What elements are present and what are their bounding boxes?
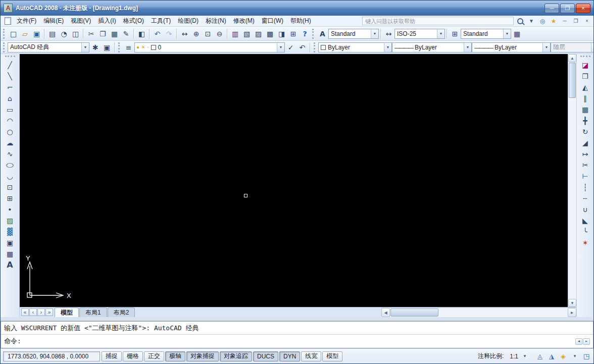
erase-icon[interactable]: ◪ <box>579 60 591 71</box>
explode-icon[interactable]: ✶ <box>579 237 591 248</box>
status-toggle[interactable]: 线宽 <box>301 351 321 361</box>
status-toggle[interactable]: 模型 <box>322 351 342 361</box>
annotation-autoscale-icon[interactable]: ◮ <box>547 352 556 361</box>
layer-sun-icon[interactable]: ☀ <box>141 44 145 50</box>
new-icon[interactable]: □ <box>8 28 19 39</box>
prev-tab-icon[interactable]: ‹ <box>29 308 37 316</box>
next-tab-icon[interactable]: › <box>37 308 45 316</box>
annotation-scale-button[interactable]: 1:1 ▼ <box>506 351 533 361</box>
copy-icon[interactable]: ❐ <box>579 71 591 82</box>
move-icon[interactable]: ╋ <box>579 115 591 126</box>
menu-item[interactable]: 绘图(D) <box>174 16 202 26</box>
break-at-point-icon[interactable]: ┆ <box>579 182 591 193</box>
communication-center-icon[interactable]: ◎ <box>538 17 547 26</box>
chamfer-icon[interactable]: ◣ <box>579 215 591 226</box>
fillet-icon[interactable]: ╰ <box>579 226 591 237</box>
menu-item[interactable]: 窗口(W) <box>258 16 287 26</box>
child-close-icon[interactable]: × <box>582 17 591 26</box>
chevron-down-icon[interactable]: ▼ <box>591 43 593 52</box>
chevron-down-icon[interactable]: ▼ <box>464 43 471 52</box>
menu-item[interactable]: 工具(T) <box>147 16 174 26</box>
command-scroll-left-icon[interactable]: ◀ <box>575 338 582 345</box>
plot-icon[interactable]: ▤ <box>46 28 58 39</box>
menu-item[interactable]: 标注(N) <box>202 16 230 26</box>
coordinates-readout[interactable]: 1773.0520, 904.0868 , 0.0000 <box>3 351 100 361</box>
layout-tab[interactable]: 模型 <box>55 307 79 317</box>
menu-item[interactable]: 修改(M) <box>230 16 258 26</box>
status-toggle[interactable]: 对象追踪 <box>220 351 252 361</box>
markup-set-manager-icon[interactable]: ◨ <box>276 28 287 39</box>
line-icon[interactable]: ╱ <box>4 60 16 71</box>
arc-icon[interactable]: ◠ <box>4 115 16 126</box>
command-splitter[interactable] <box>1 317 593 321</box>
zoom-realtime-icon[interactable]: ⊕ <box>190 28 202 39</box>
multiline-text-icon[interactable]: A <box>4 259 16 271</box>
zoom-window-icon[interactable]: ⊡ <box>202 28 214 39</box>
first-tab-icon[interactable]: « <box>21 308 29 316</box>
chevron-down-icon[interactable]: ▼ <box>384 43 391 52</box>
toolbar-grip[interactable] <box>314 42 316 53</box>
last-tab-icon[interactable]: » <box>45 308 53 316</box>
status-toggle[interactable]: 极轴 <box>165 351 185 361</box>
chevron-down-icon[interactable]: ▼ <box>277 43 284 52</box>
layer-previous-icon[interactable]: ↶ <box>296 41 308 53</box>
layer-bulb-icon[interactable]: ● <box>136 44 139 50</box>
join-icon[interactable]: ∪ <box>579 204 591 215</box>
menu-item[interactable]: 格式(O) <box>120 16 147 26</box>
horizontal-scroll-track[interactable] <box>390 308 568 317</box>
copy-icon[interactable]: ❐ <box>97 28 109 39</box>
close-button[interactable]: × <box>576 4 590 13</box>
status-menu-icon[interactable]: ▼ <box>570 352 579 361</box>
chevron-down-icon[interactable]: ▼ <box>503 29 511 38</box>
ellipse-arc-icon[interactable]: ◡ <box>4 171 16 182</box>
table-icon[interactable]: ▦ <box>511 28 523 39</box>
scroll-right-icon[interactable]: ► <box>568 308 576 317</box>
command-history[interactable]: 输入 WSCURRENT 的新值 <"二维草图与注释">: AutoCAD 经典 <box>1 322 593 335</box>
tool-palettes-icon[interactable]: ▨ <box>253 28 264 39</box>
table-style-combo[interactable]: Standard ▼ <box>461 29 511 39</box>
extend-icon[interactable]: ⊢ <box>579 171 591 182</box>
scroll-left-icon[interactable]: ◀ <box>381 308 390 317</box>
properties-icon[interactable]: ▥ <box>229 28 241 39</box>
chevron-down-icon[interactable]: ▼ <box>81 43 89 52</box>
point-icon[interactable]: • <box>4 204 16 215</box>
horizontal-scroll-thumb[interactable] <box>390 308 438 317</box>
insert-block-icon[interactable]: ⊡ <box>4 182 16 193</box>
rectangle-icon[interactable]: ▭ <box>4 104 16 115</box>
status-toggle[interactable]: 栅格 <box>123 351 143 361</box>
vertical-scroll-track[interactable] <box>568 62 576 299</box>
menu-item[interactable]: 视图(V) <box>67 16 94 26</box>
layer-properties-icon[interactable]: ≡ <box>123 41 134 53</box>
offset-icon[interactable]: ∥ <box>579 93 591 104</box>
text-style-combo[interactable]: Standard ▼ <box>328 29 379 39</box>
chevron-down-icon[interactable]: ▼ <box>371 29 378 38</box>
app-icon[interactable]: A <box>4 4 13 13</box>
annotation-visibility-icon[interactable]: ◬ <box>535 352 544 361</box>
drawing-window-icon[interactable] <box>5 17 11 25</box>
menu-item[interactable]: 插入(I) <box>94 16 119 26</box>
drawing-canvas[interactable]: Y X <box>20 54 568 307</box>
stretch-icon[interactable]: ↦ <box>579 148 591 160</box>
chevron-down-icon[interactable]: ▼ <box>542 43 550 52</box>
rotate-icon[interactable]: ↻ <box>579 126 591 137</box>
designcenter-icon[interactable]: ▧ <box>241 28 253 39</box>
menu-item[interactable]: 编辑(E) <box>40 16 67 26</box>
linetype-combo[interactable]: ———— ByLayer ▼ <box>392 42 472 53</box>
status-toggle[interactable]: DUCS <box>253 351 278 361</box>
spline-icon[interactable]: ∿ <box>4 148 16 160</box>
child-restore-icon[interactable]: ❐ <box>571 17 580 26</box>
vertical-scroll-thumb[interactable] <box>569 63 576 98</box>
search-menu-chevron-icon[interactable]: ▼ <box>527 17 536 26</box>
save-workspace-icon[interactable]: ▣ <box>101 41 113 53</box>
break-icon[interactable]: ┄ <box>579 193 591 204</box>
save-icon[interactable]: ▣ <box>31 28 42 39</box>
toolbar-grip[interactable] <box>312 29 315 39</box>
paste-icon[interactable]: ▦ <box>109 28 120 39</box>
toolbar-grip[interactable] <box>3 29 6 39</box>
search-icon[interactable] <box>516 17 525 26</box>
mirror-icon[interactable]: ◭ <box>579 82 591 93</box>
command-scroll-right-icon[interactable]: ► <box>583 338 590 345</box>
quickcalc-icon[interactable]: ⊞ <box>287 28 299 39</box>
circle-icon[interactable]: ○ <box>4 126 16 137</box>
lineweight-combo[interactable]: ———— ByLayer ▼ <box>472 42 551 53</box>
